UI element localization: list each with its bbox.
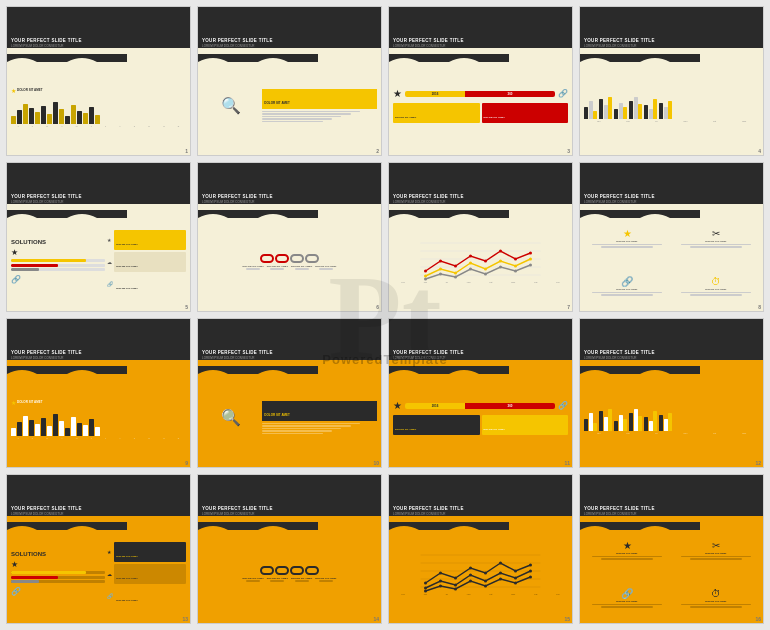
slide-thumb-2[interactable]: YOUR PERFECT SLIDE TITLELOREM IPSUM DOLO… [197,6,382,156]
slide-number-12: 12 [755,460,761,466]
slide-title-11: YOUR PERFECT SLIDE TITLE [393,350,568,355]
svg-point-56 [514,581,517,584]
svg-point-15 [454,271,457,274]
svg-point-26 [499,265,502,268]
slide-number-2: 2 [376,148,379,154]
svg-point-40 [514,569,517,572]
svg-point-47 [499,571,502,574]
svg-point-49 [529,569,532,572]
svg-point-16 [469,261,472,264]
svg-point-10 [499,249,502,252]
slide-header-3: YOUR PERFECT SLIDE TITLELOREM IPSUM DOLO… [389,7,572,48]
slide-content-2: 🔍DOLOR SIT AMET [198,56,381,155]
svg-point-45 [469,573,472,576]
slide-title-12: YOUR PERFECT SLIDE TITLE [584,350,759,355]
svg-point-9 [484,259,487,262]
svg-point-19 [514,264,517,267]
svg-point-13 [424,274,427,277]
slide-thumb-13[interactable]: YOUR PERFECT SLIDE TITLELOREM IPSUM DOLO… [6,474,191,624]
slide-number-16: 16 [755,616,761,622]
slide-content-13: SOLUTIONS★🔗★DOLOR SIT AMET☁DOLOR SIT AME… [7,524,190,623]
slide-thumb-5[interactable]: YOUR PERFECT SLIDE TITLELOREM IPSUM DOLO… [6,162,191,312]
svg-point-23 [454,275,457,278]
slide-header-6: YOUR PERFECT SLIDE TITLELOREM IPSUM DOLO… [198,163,381,204]
slide-title-1: YOUR PERFECT SLIDE TITLE [11,38,186,43]
svg-point-20 [529,257,532,260]
slide-thumb-14[interactable]: YOUR PERFECT SLIDE TITLELOREM IPSUM DOLO… [197,474,382,624]
svg-point-43 [439,579,442,582]
slide-number-4: 4 [758,148,761,154]
slide-content-3: ★2016360🔗DOLOR SIT AMETDOLOR SIT AMET [389,56,572,155]
svg-point-18 [499,259,502,262]
slide-thumb-16[interactable]: YOUR PERFECT SLIDE TITLELOREM IPSUM DOLO… [579,474,764,624]
slide-title-15: YOUR PERFECT SLIDE TITLE [393,506,568,511]
slide-header-4: YOUR PERFECT SLIDE TITLELOREM IPSUM DOLO… [580,7,763,48]
slide-content-15: ThuTueFriMonSatNumTueThu [389,524,572,623]
slide-title-3: YOUR PERFECT SLIDE TITLE [393,38,568,43]
slide-thumb-9[interactable]: YOUR PERFECT SLIDE TITLELOREM IPSUM DOLO… [6,318,191,468]
slide-header-7: YOUR PERFECT SLIDE TITLELOREM IPSUM DOLO… [389,163,572,204]
slide-title-16: YOUR PERFECT SLIDE TITLE [584,506,759,511]
slide-thumb-6[interactable]: YOUR PERFECT SLIDE TITLELOREM IPSUM DOLO… [197,162,382,312]
slide-header-11: YOUR PERFECT SLIDE TITLELOREM IPSUM DOLO… [389,319,572,360]
svg-point-54 [484,584,487,587]
slide-number-15: 15 [564,616,570,622]
svg-point-22 [439,272,442,275]
slide-content-4: ThuTueFriMonSatNum [580,56,763,155]
slide-title-10: YOUR PERFECT SLIDE TITLE [202,350,377,355]
svg-point-52 [454,587,457,590]
slide-title-13: YOUR PERFECT SLIDE TITLE [11,506,186,511]
slide-thumb-8[interactable]: YOUR PERFECT SLIDE TITLELOREM IPSUM DOLO… [579,162,764,312]
slide-content-5: SOLUTIONS★🔗★DOLOR SIT AMET☁DOLOR SIT AME… [7,212,190,311]
svg-point-42 [424,586,427,589]
slide-number-9: 9 [185,460,188,466]
slide-number-8: 8 [758,304,761,310]
slide-title-7: YOUR PERFECT SLIDE TITLE [393,194,568,199]
slide-header-15: YOUR PERFECT SLIDE TITLELOREM IPSUM DOLO… [389,475,572,516]
slide-content-6: DOLOR SIT AMETDOLOR SIT AMETDOLOR SIT AM… [198,212,381,311]
slide-thumb-11[interactable]: YOUR PERFECT SLIDE TITLELOREM IPSUM DOLO… [388,318,573,468]
slide-content-16: ★DOLOR SIT AMET✂DOLOR SIT AMET🔗DOLOR SIT… [580,524,763,623]
svg-point-5 [424,269,427,272]
svg-point-38 [484,571,487,574]
slide-thumb-12[interactable]: YOUR PERFECT SLIDE TITLELOREM IPSUM DOLO… [579,318,764,468]
svg-point-17 [484,267,487,270]
slide-header-10: YOUR PERFECT SLIDE TITLELOREM IPSUM DOLO… [198,319,381,360]
slide-content-8: ★DOLOR SIT AMET✂DOLOR SIT AMET🔗DOLOR SIT… [580,212,763,311]
slide-title-4: YOUR PERFECT SLIDE TITLE [584,38,759,43]
slide-grid: YOUR PERFECT SLIDE TITLELOREM IPSUM DOLO… [0,0,770,630]
svg-point-11 [514,257,517,260]
svg-point-53 [469,579,472,582]
slide-content-14: DOLOR SIT AMETDOLOR SIT AMETDOLOR SIT AM… [198,524,381,623]
svg-point-14 [439,267,442,270]
slide-thumb-10[interactable]: YOUR PERFECT SLIDE TITLELOREM IPSUM DOLO… [197,318,382,468]
slide-content-7: ThuTueFriMonSatNumTueThu [389,212,572,311]
svg-point-55 [499,577,502,580]
slide-number-11: 11 [564,460,570,466]
slide-thumb-15[interactable]: YOUR PERFECT SLIDE TITLELOREM IPSUM DOLO… [388,474,573,624]
svg-point-25 [484,272,487,275]
slide-content-9: ★ DOLOR SIT AMETJFMAMJJASOND [7,368,190,467]
svg-point-57 [529,575,532,578]
svg-point-27 [514,269,517,272]
slide-content-12: ThuTueFriMonSatNum [580,368,763,467]
slide-number-13: 13 [182,616,188,622]
svg-point-37 [469,566,472,569]
svg-point-24 [469,267,472,270]
slide-header-9: YOUR PERFECT SLIDE TITLELOREM IPSUM DOLO… [7,319,190,360]
slide-thumb-3[interactable]: YOUR PERFECT SLIDE TITLELOREM IPSUM DOLO… [388,6,573,156]
slide-number-14: 14 [373,616,379,622]
slide-number-1: 1 [185,148,188,154]
slide-header-14: YOUR PERFECT SLIDE TITLELOREM IPSUM DOLO… [198,475,381,516]
slide-thumb-7[interactable]: YOUR PERFECT SLIDE TITLELOREM IPSUM DOLO… [388,162,573,312]
slide-thumb-1[interactable]: YOUR PERFECT SLIDE TITLELOREM IPSUM DOLO… [6,6,191,156]
slide-header-12: YOUR PERFECT SLIDE TITLELOREM IPSUM DOLO… [580,319,763,360]
svg-point-35 [439,571,442,574]
svg-point-44 [454,583,457,586]
svg-point-6 [439,259,442,262]
svg-point-12 [529,251,532,254]
svg-point-39 [499,561,502,564]
slide-number-6: 6 [376,304,379,310]
svg-point-8 [469,254,472,257]
slide-thumb-4[interactable]: YOUR PERFECT SLIDE TITLELOREM IPSUM DOLO… [579,6,764,156]
